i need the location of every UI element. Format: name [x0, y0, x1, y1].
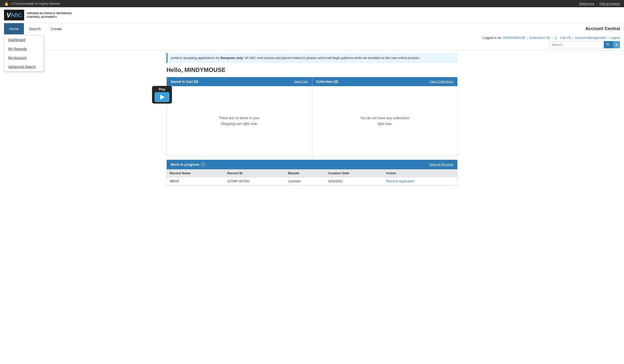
panel-left-body: There are no items in yourshopping cart … — [167, 86, 312, 156]
dropdown-advanced-search[interactable]: Advanced Search — [4, 62, 44, 71]
dropdown-dashboard[interactable]: Dashboard — [4, 35, 44, 44]
notice-banner: portal is accepting applications for Ban… — [166, 53, 458, 63]
logo-v: V — [6, 11, 10, 19]
work-in-progress: Work in progress ? View All Records Reco… — [166, 160, 458, 185]
collections-link[interactable]: Collections (0) — [529, 36, 550, 40]
panel-right-header: Collection (0) View Collections — [312, 77, 458, 86]
play-inner-button[interactable] — [155, 92, 169, 102]
username-link[interactable]: MINDYMOUSE — [503, 36, 526, 40]
cell-creation-date: 3/24/2022 — [325, 177, 383, 185]
org-line2: CONTROL AUTHORITY — [27, 15, 72, 19]
logo-abc: ABC — [10, 12, 22, 18]
panel-left-title: Saved in Cart (0) — [171, 80, 198, 84]
search-container: 🔍 ▼ — [549, 41, 620, 48]
account-management-link[interactable]: Account Management — [575, 36, 606, 40]
play-label: Play — [159, 87, 165, 91]
org-line1: VIRGINIA ALCOHOLIC BEVERAGE — [27, 11, 72, 15]
logo-text: VIRGINIA ALCOHOLIC BEVERAGE CONTROL AUTH… — [27, 11, 72, 19]
nav-area: Home Search Create Account Central Dashb… — [0, 23, 624, 51]
tab-create[interactable]: Create — [46, 23, 67, 34]
notice-text: portal is accepting applications for Ban… — [171, 56, 420, 60]
dropdown-my-account[interactable]: My Account — [4, 53, 44, 62]
top-bar: 🔥 A Commonwealth of Virginia Website Vir… — [0, 0, 624, 7]
wip-header: Work in progress ? View All Records — [167, 160, 457, 169]
logo-area: V ABC VIRGINIA ALCOHOLIC BEVERAGE CONTRO… — [4, 10, 72, 20]
panel-right: Collection (0) View Collections You do n… — [312, 77, 458, 156]
play-outer[interactable]: Play — [152, 86, 172, 104]
col-record-id: Record ID — [224, 169, 285, 177]
play-button-area[interactable]: Play — [152, 86, 172, 104]
col-module: Module — [285, 169, 325, 177]
cart-link[interactable]: Cart (0) — [560, 36, 571, 40]
site-label: A Commonwealth of Virginia Website — [11, 2, 60, 5]
play-triangle-icon — [160, 95, 165, 100]
header: V ABC VIRGINIA ALCOHOLIC BEVERAGE CONTRO… — [0, 7, 624, 23]
sub-nav: Logged in as: MINDYMOUSE | Collections (… — [4, 34, 620, 41]
virginia-gov-link[interactable]: Virginia.gov — [579, 2, 595, 5]
search-input[interactable] — [549, 41, 604, 48]
search-button[interactable]: 🔍 — [604, 41, 613, 48]
cell-module: Licenses — [285, 177, 325, 185]
cell-record-name: MBAR — [167, 177, 224, 185]
col-action: Action — [383, 169, 457, 177]
view-cart-link[interactable]: View Cart — [294, 80, 308, 83]
col-record-name: Record Name — [167, 169, 224, 177]
search-dropdown-button[interactable]: ▼ — [613, 41, 620, 48]
panel-right-body: You do not have any collectionsright now… — [312, 86, 458, 156]
main-content: portal is accepting applications for Ban… — [162, 51, 462, 188]
view-all-records-link[interactable]: View All Records — [429, 163, 453, 166]
dropdown-my-records[interactable]: My Records — [4, 44, 44, 53]
panel-left-empty-message: There are no items in yourshopping cart … — [219, 115, 260, 126]
panel-left-header: Saved in Cart (0) View Cart — [167, 77, 312, 86]
search-row: 🔍 ▼ — [4, 41, 620, 50]
cart-icon: 🛒 — [554, 36, 558, 40]
logged-in-label: Logged in as: — [482, 36, 502, 40]
account-central-label: Account Central — [585, 24, 620, 34]
panel-right-empty-message: You do not have any collectionsright now… — [360, 115, 409, 126]
tab-search[interactable]: Search — [24, 23, 46, 34]
nav-top: Home Search Create Account Central — [4, 23, 620, 34]
find-agency-link[interactable]: Find an Agency — [599, 2, 620, 5]
wip-title: Work in progress ? — [171, 162, 205, 167]
tab-home[interactable]: Home — [4, 23, 24, 34]
wip-help-icon[interactable]: ? — [201, 162, 205, 167]
table-row: MBAR 22TMP-007261 Licenses 3/24/2022 Res… — [167, 177, 457, 185]
logout-link[interactable]: Logout — [610, 36, 620, 40]
wip-table-header-row: Record Name Record ID Module Creation Da… — [167, 169, 457, 177]
flame-icon: 🔥 — [4, 1, 9, 6]
hello-heading: Hello, MINDYMOUSE — [166, 66, 458, 73]
wip-title-label: Work in progress — [171, 163, 199, 167]
panel-left: Saved in Cart (0) View Cart There are no… — [167, 77, 312, 156]
dropdown-menu: Dashboard My Records My Account Advanced… — [4, 35, 44, 71]
col-creation-date: Creation Date — [325, 169, 383, 177]
resume-application-link[interactable]: Resume Application — [386, 179, 415, 183]
cell-record-id: 22TMP-007261 — [224, 177, 285, 185]
wip-table: Record Name Record ID Module Creation Da… — [167, 169, 457, 185]
dashboard-panels: Saved in Cart (0) View Cart There are no… — [166, 77, 458, 156]
panel-right-title: Collection (0) — [316, 80, 338, 84]
nav-tabs: Home Search Create — [4, 23, 67, 34]
view-collections-link[interactable]: View Collections — [430, 80, 453, 83]
cell-action: Resume Application — [383, 177, 457, 185]
top-bar-links: Virginia.gov | Find an Agency — [579, 2, 620, 5]
logo-box: V ABC — [4, 10, 24, 20]
